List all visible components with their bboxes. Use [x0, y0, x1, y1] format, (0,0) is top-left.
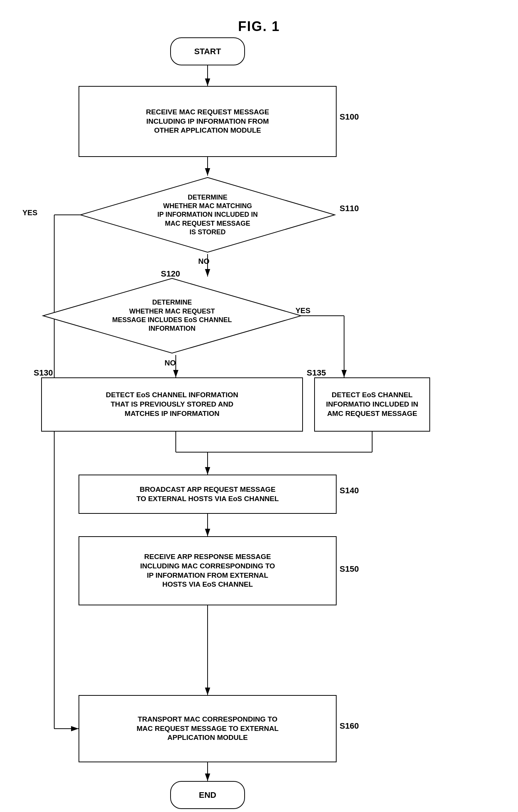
s120-no-label: NO: [165, 359, 176, 367]
figure-title: FIG. 1: [0, 7, 518, 34]
s110-text: DETERMINE WHETHER MAC MATCHING IP INFORM…: [150, 189, 265, 241]
end-terminal: END: [170, 781, 245, 809]
s130-label: S130: [34, 368, 53, 378]
s135-label: S135: [307, 368, 326, 378]
s100-process: RECEIVE MAC REQUEST MESSAGE INCLUDING IP…: [79, 86, 337, 157]
s110-diamond: DETERMINE WHETHER MAC MATCHING IP INFORM…: [79, 176, 337, 254]
s130-process: DETECT EoS CHANNEL INFORMATION THAT IS P…: [41, 377, 303, 432]
s150-label: S150: [340, 564, 359, 574]
s160-process: TRANSPORT MAC CORRESPONDING TO MAC REQUE…: [79, 695, 337, 762]
s120-text: DETERMINE WHETHER MAC REQUEST MESSAGE IN…: [105, 294, 239, 337]
s140-label: S140: [340, 486, 359, 495]
s110-no-label: NO: [198, 257, 209, 266]
s120-yes-label: YES: [295, 306, 310, 315]
s150-process: RECEIVE ARP RESPONSE MESSAGE INCLUDING M…: [79, 536, 337, 605]
s110-yes-label: YES: [22, 209, 37, 217]
s120-label: S120: [161, 269, 180, 279]
flowchart-diagram: FIG. 1: [0, 0, 518, 812]
s100-label: S100: [340, 112, 359, 122]
s110-label: S110: [340, 204, 359, 213]
s160-label: S160: [340, 721, 359, 731]
s140-process: BROADCAST ARP REQUEST MESSAGE TO EXTERNA…: [79, 475, 337, 514]
s135-process: DETECT EoS CHANNEL INFORMATIO INCLUDED I…: [314, 377, 430, 432]
s120-diamond: DETERMINE WHETHER MAC REQUEST MESSAGE IN…: [41, 277, 303, 355]
start-terminal: START: [170, 37, 245, 65]
